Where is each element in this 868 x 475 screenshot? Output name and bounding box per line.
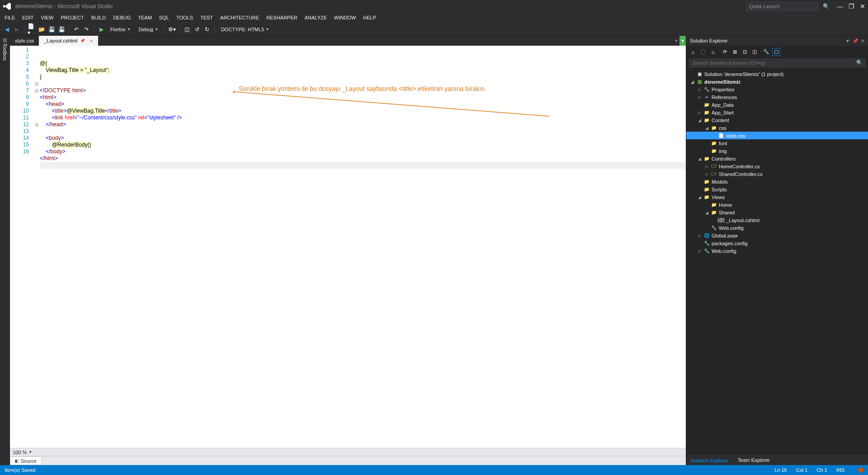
expand-arrow-icon[interactable]: ◢ (697, 157, 702, 161)
expand-arrow-icon[interactable]: ◢ (704, 210, 709, 215)
tree-node[interactable]: 📁Models (686, 178, 868, 185)
back-icon[interactable]: ◯ (699, 48, 707, 56)
menu-edit[interactable]: EDIT (19, 13, 37, 22)
show-all-icon[interactable]: ⊡ (741, 48, 749, 56)
tree-node[interactable]: ◢📁css (686, 124, 868, 132)
tree-node[interactable]: ▷📁App_Start (686, 109, 868, 116)
refresh-icon[interactable]: ⟳ (721, 48, 729, 56)
nav-fwd-icon[interactable]: ▶ (13, 25, 21, 33)
tree-node[interactable]: 🔧packages.config (686, 239, 868, 247)
tree-node[interactable]: ▷C#HomeController.cs (686, 162, 868, 170)
panel-dropdown-icon[interactable]: ▼ (845, 38, 850, 43)
tab-style-css[interactable]: style.css (10, 36, 39, 46)
quick-launch-input[interactable]: Quick Launch (746, 2, 818, 11)
source-tab[interactable]: ◧Source (10, 456, 42, 465)
tool-icon[interactable]: ◫ (750, 48, 759, 56)
expand-arrow-icon[interactable]: ▷ (697, 87, 702, 92)
home-icon[interactable]: ⌂ (709, 48, 717, 56)
collapse-icon[interactable]: ⊞ (731, 48, 739, 56)
new-item-icon[interactable]: ◫ (183, 25, 191, 33)
save-icon[interactable]: 💾 (47, 25, 56, 33)
code-content[interactable]: @{ ViewBag.Title = "_Layout";}<!DOCTYPE … (40, 46, 686, 448)
menu-analyze[interactable]: ANALYZE (301, 13, 330, 22)
open-icon[interactable]: 📂 (38, 25, 46, 33)
start-debug-button[interactable]: ▶ (97, 25, 105, 33)
panel-close-icon[interactable]: ✕ (861, 38, 864, 43)
tool-icon[interactable]: ↻ (203, 25, 211, 33)
search-icon[interactable]: 🔍 (823, 3, 830, 10)
tree-node[interactable]: 📁font (686, 139, 868, 147)
expand-arrow-icon[interactable]: ◢ (690, 80, 694, 84)
config-dropdown[interactable]: Debug▼ (136, 25, 161, 34)
tabs-add-icon[interactable]: ▾ (679, 36, 686, 46)
panel-tab-team-explorer[interactable]: Team Explorer (733, 455, 774, 465)
tree-node[interactable]: ▣Solution 'denemeSitemiz' (1 project) (686, 70, 868, 78)
menu-project[interactable]: PROJECT (57, 13, 87, 22)
expand-arrow-icon[interactable]: ▷ (704, 172, 709, 176)
doctype-dropdown[interactable]: DOCTYPE: HTML5▼ (218, 25, 272, 34)
tree-node[interactable]: ◢📁Content (686, 116, 868, 124)
solution-tree[interactable]: ▣Solution 'denemeSitemiz' (1 project)◢▦d… (686, 68, 868, 455)
tool-icon[interactable]: ⚙▾ (168, 25, 176, 33)
menu-help[interactable]: HELP (359, 13, 380, 22)
minimize-button[interactable]: — (837, 3, 843, 10)
menu-window[interactable]: WINDOW (330, 13, 359, 22)
tab-_Layout-cshtml[interactable]: _Layout.cshtml📌✕ (39, 36, 98, 46)
tree-node[interactable]: 📁Home (686, 201, 868, 209)
search-input[interactable] (689, 58, 865, 67)
code-editor[interactable]: 12345678910111213141516 ⊟⊟⊟ @{ ViewBag.T… (10, 46, 686, 448)
tree-node[interactable]: 📁Scripts (686, 185, 868, 193)
browser-dropdown[interactable]: Firefox▼ (107, 25, 134, 34)
maximize-button[interactable]: ❐ (849, 3, 854, 10)
expand-arrow-icon[interactable]: ◢ (704, 126, 709, 130)
tree-node[interactable]: 📁App_Data (686, 101, 868, 109)
tree-node[interactable]: ▷🔧Web.config (686, 247, 868, 255)
home-icon[interactable]: ⌂ (689, 48, 697, 56)
expand-arrow-icon[interactable]: ◢ (697, 118, 702, 123)
undo-icon[interactable]: ↶ (72, 25, 80, 33)
expand-arrow-icon[interactable]: ▷ (697, 95, 702, 100)
tabs-dropdown-icon[interactable]: ▼ (673, 36, 679, 46)
search-icon[interactable]: 🔍 (856, 60, 863, 66)
tree-node[interactable]: ◢▦denemeSitemiz (686, 78, 868, 86)
zoom-level[interactable]: 100 % (13, 450, 27, 455)
fold-gutter[interactable]: ⊟⊟⊟ (33, 46, 40, 448)
left-side-toolbox[interactable]: ▥ Toolbox (0, 36, 10, 465)
menu-tools[interactable]: TOOLS (173, 13, 197, 22)
menu-resharper[interactable]: RESHARPER (263, 13, 301, 22)
menu-sql[interactable]: SQL (156, 13, 173, 22)
tree-node[interactable]: ◢📁Shared (686, 209, 868, 216)
tree-node[interactable]: ▷▪▪References (686, 93, 868, 101)
tree-node[interactable]: ◢📁Controllers (686, 155, 868, 162)
close-button[interactable]: ✕ (860, 3, 865, 10)
panel-tab-solution-explorer[interactable]: Solution Explorer (686, 455, 733, 465)
expand-arrow-icon[interactable]: ▷ (697, 233, 702, 238)
tree-node[interactable]: [@]_Layout.cshtml (686, 216, 868, 224)
menu-team[interactable]: TEAM (134, 13, 156, 22)
tree-node[interactable]: 🔧Web.config (686, 224, 868, 232)
tree-node[interactable]: ▷C#SharedController.cs (686, 170, 868, 178)
save-all-icon[interactable]: 💾 (57, 25, 66, 33)
expand-arrow-icon[interactable]: ◢ (697, 195, 702, 200)
menu-file[interactable]: FILE (1, 13, 19, 22)
menu-architecture[interactable]: ARCHITECTURE (217, 13, 263, 22)
menu-debug[interactable]: DEBUG (109, 13, 134, 22)
pin-icon[interactable]: 📌 (80, 38, 85, 43)
expand-arrow-icon[interactable]: ▷ (704, 164, 709, 169)
tree-node[interactable]: ▷🌐Global.asax (686, 232, 868, 239)
tree-node[interactable]: 📄style.css (686, 132, 868, 139)
expand-arrow-icon[interactable]: ▷ (697, 249, 702, 253)
tree-node[interactable]: 📁img (686, 147, 868, 155)
tool-icon[interactable]: ↺ (193, 25, 201, 33)
nav-back-icon[interactable]: ◀ (3, 25, 11, 33)
redo-icon[interactable]: ↷ (82, 25, 90, 33)
expand-arrow-icon[interactable]: ▷ (697, 110, 702, 115)
menu-test[interactable]: TEST (197, 13, 217, 22)
preview-icon[interactable]: ▢ (772, 48, 780, 56)
panel-pin-icon[interactable]: 📌 (853, 38, 858, 43)
properties-icon[interactable]: 🔧 (762, 48, 770, 56)
close-icon[interactable]: ✕ (90, 38, 93, 43)
new-project-icon[interactable]: 📄▾ (28, 25, 36, 33)
tree-node[interactable]: ▷🔧Properties (686, 86, 868, 93)
menu-view[interactable]: VIEW (37, 13, 57, 22)
